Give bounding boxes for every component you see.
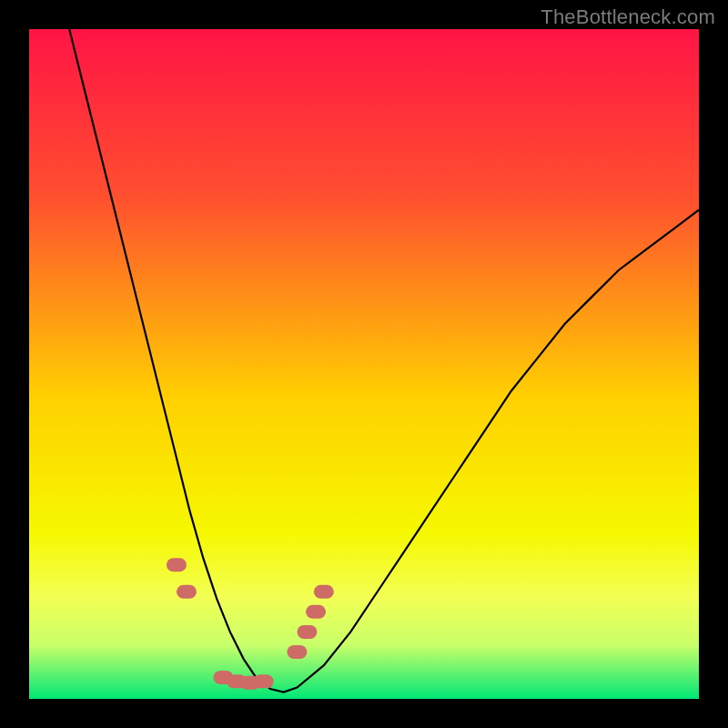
curve-marker: [314, 585, 334, 599]
curve-marker: [297, 625, 317, 639]
curve-marker: [167, 558, 187, 571]
curve-marker: [287, 645, 307, 659]
curve-marker: [177, 585, 197, 599]
curve-marker: [254, 674, 274, 688]
watermark: TheBottleneck.com: [541, 5, 715, 29]
plot-area: [29, 29, 699, 699]
chart-svg: [29, 29, 699, 699]
chart-container: TheBottleneck.com: [0, 0, 728, 728]
curve-marker: [306, 605, 326, 619]
gradient-background: [29, 29, 699, 699]
